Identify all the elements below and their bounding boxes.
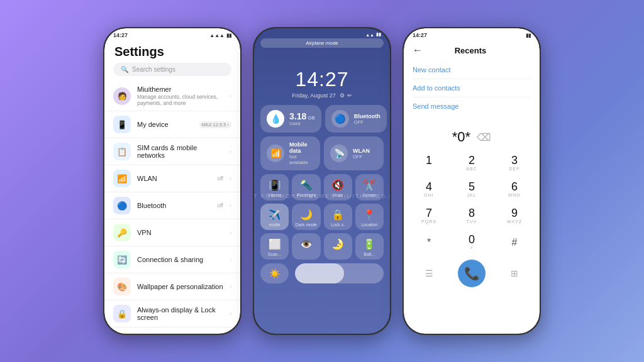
cc-storage-tile[interactable]: 💧 3.18 GB Used [260, 105, 321, 133]
dial-key-1[interactable]: 1 [408, 150, 450, 177]
wlan-icon-cc: 📡 [330, 145, 348, 162]
settings-item-text-sim: SIM cards & mobile networks [137, 144, 223, 159]
vibrate-label: Vibrate [268, 193, 282, 197]
edit-icon[interactable]: ✏ [347, 92, 352, 99]
dial-key-3[interactable]: 3 DEF [493, 150, 536, 177]
dial-key-7[interactable]: 7 PQRS [408, 203, 450, 229]
settings-item-miuithemer[interactable]: 🧑 Miuithemer Manage accounts, cloud serv… [104, 81, 240, 111]
settings-item-aod[interactable]: 🔒 Always-on display & Lock screen › [104, 300, 240, 327]
darkmode-label: Dark mode [296, 222, 317, 227]
call-icon: 📞 [464, 266, 480, 281]
back-button[interactable]: ← [413, 45, 423, 56]
settings-label-mydevice: My device [137, 121, 193, 128]
location-icon: 📍 [363, 209, 375, 221]
settings-item-wallpaper[interactable]: 🎨 Wallpaper & personalization › [104, 273, 240, 300]
cc-bluetooth-tile[interactable]: 🔵 Bluetooth OFF [325, 105, 387, 133]
cc-wlan-tile[interactable]: 📡 WLAN OFF [324, 136, 384, 170]
cc-toggle-flashlight[interactable]: 🔦 Flashlight [292, 174, 320, 200]
cc-bottom-row: ☀️ [260, 263, 384, 286]
dial-key-star[interactable]: * [408, 229, 450, 256]
settings-item-vpn[interactable]: 🔑 VPN › [104, 219, 240, 246]
date-text: Friday, August 27 [292, 92, 335, 99]
scan-label: Scan... [268, 252, 282, 256]
settings-item-display[interactable]: ✨ Display › [104, 327, 240, 334]
brightness-slider[interactable] [295, 263, 384, 283]
screen-icon: ✂️ [363, 179, 375, 191]
settings-item-mydevice[interactable]: 📱 My device MIUI 12.5.5 › [104, 111, 240, 138]
cc-toggle-eye[interactable]: 👁️ [292, 233, 320, 260]
dial-key-4[interactable]: 4 GHI [408, 177, 450, 203]
icon-mydevice: 📱 [113, 116, 131, 133]
cc-toggle-scan[interactable]: ⬜ Scan... [260, 233, 289, 260]
signal-icon-control: ▲▲ [365, 33, 374, 37]
arrow-connection: › [230, 256, 231, 263]
dial-key-8[interactable]: 8 TUV [450, 203, 493, 229]
cc-toggle-airplane[interactable]: ✈️ mode [260, 204, 289, 230]
dial-star: * [427, 237, 431, 248]
mobiledata-label: Mobile data [289, 141, 314, 154]
dial-key-6[interactable]: 6 MNO [493, 177, 536, 203]
dial-key-9[interactable]: 9 WXYZ [493, 203, 536, 229]
dial-num-7: 7 [426, 207, 432, 219]
dial-key-5[interactable]: 5 JKL [450, 177, 493, 203]
dial-key-0[interactable]: 0 + [450, 229, 493, 256]
brightness-btn[interactable]: ☀️ [260, 263, 289, 283]
settings-item-connection[interactable]: 🔄 Connection & sharing › [104, 246, 240, 273]
cc-toggle-night[interactable]: 🌛 [324, 233, 352, 260]
cc-toggle-screen[interactable]: ✂️ Screen [355, 174, 384, 200]
cc-second-grid: 📶 Mobile data Not available 📡 WLAN OFF [260, 136, 384, 170]
dial-key-hash[interactable]: # [493, 229, 536, 256]
dial-number-display: *0* [452, 129, 470, 145]
cc-toggle-lockscreen[interactable]: 🔒 Lock s. [324, 204, 352, 230]
wlan-label: WLAN [353, 148, 377, 154]
settings-item-sim[interactable]: 📋 SIM cards & mobile networks › [104, 138, 240, 165]
cc-toggle-mute[interactable]: 🔇 Mute [324, 174, 352, 200]
flashlight-label: Flashlight [297, 193, 316, 197]
settings-item-text-connection: Connection & sharing [137, 256, 223, 263]
location-label: Location [361, 222, 377, 227]
menu-icon[interactable]: ☰ [425, 268, 433, 278]
cc-toggle-darkmode[interactable]: 🌙 Dark mode [292, 204, 320, 230]
settings-gear-icon[interactable]: ⚙ [340, 92, 345, 99]
battery-icon-recents: ▮▮ [526, 33, 531, 38]
mobiledata-status: Not available [289, 154, 314, 165]
bluetooth-status: OFF [354, 119, 380, 125]
night-icon: 🌛 [331, 238, 344, 250]
control-date-display: Friday, August 27 ⚙ ✏ [254, 92, 390, 99]
settings-item-text-bluetooth: Bluetooth [137, 202, 211, 209]
keypad-icon[interactable]: ⊞ [511, 268, 518, 278]
settings-item-text-wlan: WLAN [137, 175, 211, 182]
mute-label: Mute [333, 193, 343, 197]
cc-toggle-location[interactable]: 📍 Location [355, 204, 384, 230]
control-screen: ▲▲ ▮▮ Airplane mode 14:27 Friday, August… [254, 28, 390, 334]
cc-toggles-row1: 📳 Vibrate 🔦 Flashlight 🔇 Mute ✂️ Screen [260, 174, 384, 200]
action-add-contacts[interactable]: Add to contacts [413, 80, 531, 96]
cc-toggle-battery[interactable]: 🔋 Batt... [355, 233, 384, 260]
action-new-contact[interactable]: New contact [413, 62, 531, 77]
dial-letters-0: + [470, 246, 473, 251]
call-button[interactable]: 📞 [458, 260, 486, 287]
status-time-recents: 14:27 [413, 32, 427, 38]
backspace-button[interactable]: ⌫ [477, 131, 491, 143]
cc-toggle-vibrate[interactable]: 📳 Vibrate [260, 174, 289, 200]
eye-icon: 👁️ [300, 238, 313, 250]
search-placeholder: Search settings [132, 66, 175, 73]
dial-letters-8: TUV [467, 219, 477, 225]
action-send-message[interactable]: Send message [413, 99, 531, 114]
bluetooth-value: off [217, 202, 223, 209]
search-bar[interactable]: 🔍 Search settings [113, 63, 231, 76]
settings-item-wlan[interactable]: 📶 WLAN off › [104, 165, 240, 192]
dial-num-9: 9 [511, 207, 518, 219]
avatar-miuithemer: 🧑 [113, 87, 131, 105]
signal-icon: ▲▲▲ [209, 33, 225, 38]
settings-label-miuithemer: Miuithemer [137, 85, 223, 93]
dial-key-2[interactable]: 2 ABC [450, 150, 493, 177]
dial-hash: # [512, 237, 518, 248]
settings-label-bluetooth: Bluetooth [137, 202, 211, 209]
status-time: 14:27 [113, 32, 128, 38]
airplane-label-toggle: mode [269, 222, 280, 227]
cc-mobiledata-tile[interactable]: 📶 Mobile data Not available [260, 136, 320, 170]
search-icon: 🔍 [121, 66, 128, 73]
settings-item-bluetooth[interactable]: 🔵 Bluetooth off › [104, 192, 240, 219]
mobiledata-info: Mobile data Not available [289, 141, 314, 165]
